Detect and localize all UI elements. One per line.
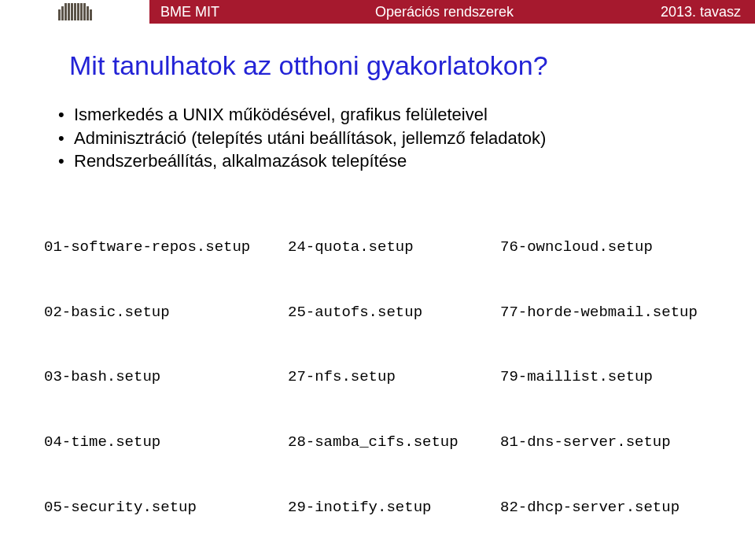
slide: BME MIT Operációs rendszerek 2013. tavas… [0,0,755,560]
file-entry: 77-horde-webmail.setup [500,302,711,324]
header-left: BME MIT [149,4,283,20]
file-entry: 27-nfs.setup [288,367,500,389]
slide-title: Mit tanulhatok az otthoni gyakorlatokon? [69,50,711,81]
header-bar: BME MIT Operációs rendszerek 2013. tavas… [0,0,755,24]
file-entry: 04-time.setup [44,432,288,454]
file-entry: 05-security.setup [44,497,288,519]
logo-graphic [55,3,95,20]
file-entry: 25-autofs.setup [288,302,500,324]
file-column-3: 76-owncloud.setup 77-horde-webmail.setup… [500,193,711,560]
university-logo [0,0,149,24]
file-entry: 28-samba_cifs.setup [288,432,500,454]
header-right: 2013. tavasz [606,4,755,20]
file-column-1: 01-software-repos.setup 02-basic.setup 0… [44,193,288,560]
bullet-item: Ismerkedés a UNIX működésével, grafikus … [58,103,711,127]
file-listing: 01-software-repos.setup 02-basic.setup 0… [44,193,711,560]
file-entry: 02-basic.setup [44,302,288,324]
file-entry: 24-quota.setup [288,237,500,259]
header-center: Operációs rendszerek [283,4,606,20]
file-entry: 82-dhcp-server.setup [500,497,711,519]
file-entry: 29-inotify.setup [288,497,500,519]
slide-body: Mit tanulhatok az otthoni gyakorlatokon?… [0,24,755,560]
file-entry: 03-bash.setup [44,367,288,389]
file-column-2: 24-quota.setup 25-autofs.setup 27-nfs.se… [288,193,500,560]
bullet-item: Adminisztráció (telepítés utáni beállítá… [58,127,711,150]
file-entry: 76-owncloud.setup [500,237,711,259]
file-entry: 81-dns-server.setup [500,432,711,454]
bullet-item: Rendszerbeállítás, alkalmazások telepíté… [58,149,711,173]
file-entry: 01-software-repos.setup [44,237,288,259]
file-entry: 79-maillist.setup [500,367,711,389]
bullet-list: Ismerkedés a UNIX működésével, grafikus … [58,103,711,173]
